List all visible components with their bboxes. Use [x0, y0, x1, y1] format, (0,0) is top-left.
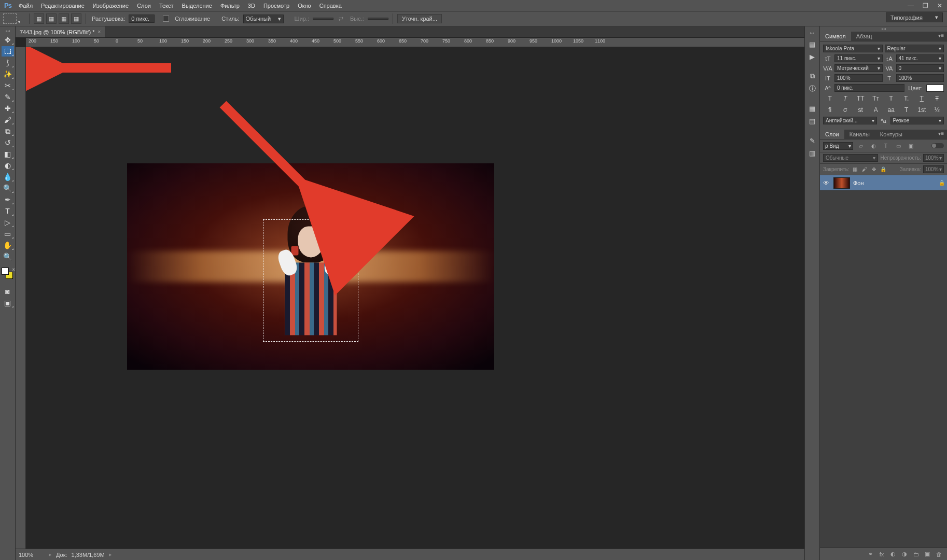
filter-adjust-icon[interactable]: ◐ [869, 142, 878, 150]
font-style-select[interactable]: Regular▾ [885, 45, 944, 52]
menu-help[interactable]: Справка [315, 1, 346, 10]
language-select[interactable]: Английский...▾ [823, 117, 877, 124]
screenmode-tool[interactable]: ▣ [2, 298, 14, 308]
style-select[interactable]: Обычный▾ [243, 15, 284, 23]
menu-file[interactable]: Файл [15, 1, 37, 10]
zoom-field[interactable]: 100% [19, 552, 45, 558]
move-tool[interactable]: ✥ [2, 35, 14, 45]
contextual-button[interactable]: σ [839, 105, 853, 115]
menu-edit[interactable]: Редактирование [37, 1, 89, 10]
strike-button[interactable]: Ŧ [930, 94, 944, 103]
menu-layers[interactable]: Слои [133, 1, 155, 10]
gradient-tool[interactable]: ◐ [2, 160, 14, 171]
lock-transparency-icon[interactable]: ▦ [852, 166, 859, 173]
layer-thumbnail[interactable] [833, 177, 850, 189]
ruler-vertical[interactable] [16, 47, 26, 549]
path-select-tool[interactable]: ▷ [2, 217, 14, 228]
healing-tool[interactable]: ✚ [2, 103, 14, 114]
swatches-panel-icon[interactable]: ▦ [806, 103, 818, 114]
lock-position-icon[interactable]: ✥ [870, 166, 878, 173]
antialias-checkbox[interactable] [163, 16, 169, 22]
maximize-button[interactable]: ❐ [918, 0, 932, 11]
close-button[interactable]: ✕ [932, 0, 947, 11]
text-color-swatch[interactable] [926, 85, 944, 92]
vscale-input[interactable]: 100% [834, 74, 883, 82]
actions-panel-icon[interactable]: ▶ [806, 51, 818, 62]
blend-mode-select[interactable]: Обычные▾ [823, 154, 878, 162]
kerning-select[interactable]: Метрический▾ [834, 64, 883, 72]
layer-filter-kind[interactable]: ρ Вид▾ [823, 142, 853, 150]
superscript-button[interactable]: T [884, 94, 898, 103]
pen-tool[interactable]: ✒ [2, 194, 14, 205]
zoom-menu-icon[interactable]: ▸ [49, 551, 52, 558]
zoom-tool[interactable]: 🔍 [2, 251, 14, 262]
eyedropper-tool[interactable]: ✎ [2, 92, 14, 102]
status-menu-icon[interactable]: ▸ [109, 551, 112, 558]
menu-3d[interactable]: 3D [244, 1, 259, 10]
tab-paths[interactable]: Контуры [875, 130, 908, 139]
minimize-button[interactable]: — [903, 0, 918, 11]
type-tool[interactable]: T [2, 206, 14, 216]
history-brush-tool[interactable]: ↺ [2, 137, 14, 148]
lock-pixels-icon[interactable]: 🖌 [861, 166, 868, 173]
quickmask-tool[interactable]: ◙ [2, 286, 14, 297]
foreground-swatch[interactable] [2, 268, 9, 275]
refine-edge-button[interactable]: Уточн. край... [397, 14, 442, 23]
document-tab[interactable]: 7443.jpg @ 100% (RGB/8#) * × [16, 26, 105, 37]
filter-smart-icon[interactable]: ▣ [906, 142, 915, 150]
smallcaps-button[interactable]: Tт [869, 94, 883, 103]
hscale-input[interactable]: 100% [896, 74, 944, 82]
baseline-input[interactable]: 0 пикс. [834, 84, 904, 92]
font-family-select[interactable]: Iskoola Pota▾ [823, 45, 883, 52]
tab-character[interactable]: Символ [820, 32, 851, 41]
dodge-tool[interactable]: 🔍 [2, 183, 14, 193]
discretionary-button[interactable]: st [854, 105, 868, 115]
crop-tool[interactable]: ✂ [2, 80, 14, 91]
font-size-input[interactable]: 11 пикс.▾ [834, 54, 883, 62]
swash-button[interactable]: A [869, 105, 883, 115]
group-icon[interactable]: 🗀 [911, 550, 921, 559]
menu-type[interactable]: Текст [155, 1, 178, 10]
tracking-input[interactable]: 0▾ [896, 64, 944, 72]
canvas[interactable] [127, 163, 494, 370]
shape-tool[interactable]: ▭ [2, 229, 14, 239]
libraries-panel-icon[interactable]: ▤ [806, 115, 818, 127]
filter-pixel-icon[interactable]: ▱ [856, 142, 866, 150]
layer-name[interactable]: Фон [853, 180, 864, 186]
selection-subtract-icon[interactable]: ▦ [59, 13, 69, 24]
eraser-tool[interactable]: ◧ [2, 149, 14, 159]
antialias-select[interactable]: Резкое▾ [890, 117, 944, 124]
layer-row[interactable]: 👁 Фон 🔒 [820, 175, 947, 191]
menu-filter[interactable]: Фильтр [216, 1, 244, 10]
filter-shape-icon[interactable]: ▭ [894, 142, 903, 150]
layers-panel-menu-icon[interactable]: ▾≡ [935, 130, 947, 139]
close-tab-icon[interactable]: × [98, 29, 101, 35]
ruler-horizontal[interactable]: 2001501005005010015020025030035040045050… [26, 38, 804, 47]
selection-intersect-icon[interactable]: ▦ [71, 13, 81, 24]
brush-tool[interactable]: 🖌 [2, 115, 14, 125]
selection-new-icon[interactable]: ▦ [34, 13, 44, 24]
marquee-tool[interactable] [2, 46, 14, 57]
menu-select[interactable]: Выделение [178, 1, 216, 10]
character-panel-menu-icon[interactable]: ▾≡ [935, 32, 947, 41]
info-panel-icon[interactable]: ⓘ [806, 83, 818, 94]
magic-wand-tool[interactable]: ✨ [2, 69, 14, 79]
menu-image[interactable]: Изображение [89, 1, 133, 10]
opacity-input[interactable]: 100%▾ [923, 154, 944, 162]
color-swatches[interactable]: ⤭ [2, 268, 14, 282]
tab-channels[interactable]: Каналы [844, 130, 875, 139]
tab-paragraph[interactable]: Абзац [851, 32, 878, 41]
trash-icon[interactable]: 🗑 [934, 550, 944, 559]
canvas-viewport[interactable] [26, 47, 804, 549]
tab-layers[interactable]: Слои [820, 130, 844, 139]
faux-bold-button[interactable]: T [823, 94, 837, 103]
source-panel-icon[interactable]: ⧉ [806, 71, 818, 82]
layer-fx-icon[interactable]: fx [876, 550, 887, 559]
layer-visibility-icon[interactable]: 👁 [822, 179, 830, 187]
tool-preset-icon[interactable] [3, 13, 17, 24]
subscript-button[interactable]: T. [900, 94, 914, 103]
hand-tool[interactable]: ✋ [2, 240, 14, 250]
filter-toggle[interactable] [931, 143, 944, 148]
link-layers-icon[interactable]: ⚭ [865, 550, 875, 559]
fill-input[interactable]: 100%▾ [923, 165, 944, 173]
